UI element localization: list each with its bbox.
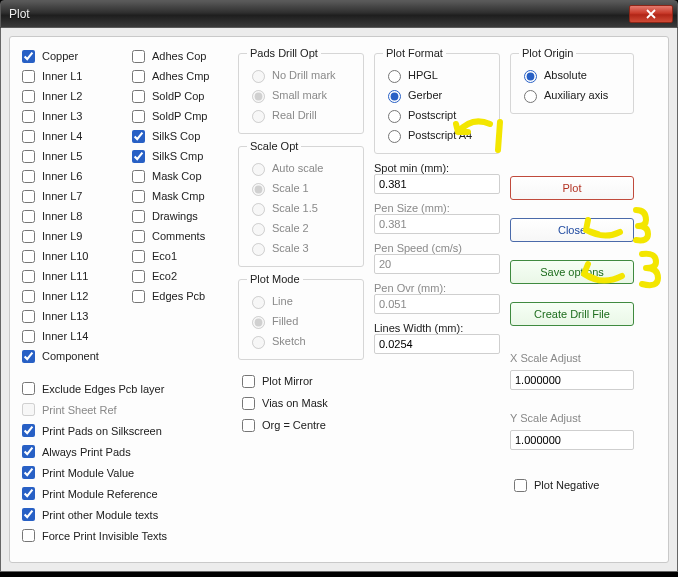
titlebar: Plot bbox=[0, 0, 678, 28]
layer-b4-checkbox[interactable] bbox=[132, 130, 145, 143]
col3-check-2-checkbox[interactable] bbox=[242, 419, 255, 432]
pads-drill-legend: Pads Drill Opt bbox=[247, 47, 321, 59]
layer-a2-label: Inner L2 bbox=[42, 90, 82, 102]
pads-drill-2-label: Real Drill bbox=[272, 109, 317, 121]
layer-b7-checkbox[interactable] bbox=[132, 190, 145, 203]
plot-format-1-label: Gerber bbox=[408, 89, 442, 101]
x-scale-input[interactable] bbox=[510, 370, 634, 390]
create-drill-file-button[interactable]: Create Drill File bbox=[510, 302, 634, 326]
layer-b10-checkbox[interactable] bbox=[132, 250, 145, 263]
column-3: Pads Drill Opt No Drill markSmall markRe… bbox=[238, 47, 364, 552]
plot-format-1-radio[interactable] bbox=[388, 90, 401, 103]
layer-a13-checkbox[interactable] bbox=[22, 310, 35, 323]
layer-b0-checkbox[interactable] bbox=[132, 50, 145, 63]
opt-3-label: Always Print Pads bbox=[42, 446, 131, 458]
layer-a3-checkbox[interactable] bbox=[22, 110, 35, 123]
plot-format-0-radio[interactable] bbox=[388, 70, 401, 83]
layer-a2-checkbox[interactable] bbox=[22, 90, 35, 103]
layer-b2-checkbox[interactable] bbox=[132, 90, 145, 103]
layer-b3-checkbox[interactable] bbox=[132, 110, 145, 123]
layer-a14-checkbox[interactable] bbox=[22, 330, 35, 343]
opt-7-checkbox[interactable] bbox=[22, 529, 35, 542]
scale-opt-1-radio bbox=[252, 183, 265, 196]
layer-a12-checkbox[interactable] bbox=[22, 290, 35, 303]
layer-a15-checkbox[interactable] bbox=[22, 350, 35, 363]
layer-a8-checkbox[interactable] bbox=[22, 210, 35, 223]
scale-opt-legend: Scale Opt bbox=[247, 140, 301, 152]
close-icon bbox=[646, 9, 656, 19]
layer-a7-checkbox[interactable] bbox=[22, 190, 35, 203]
layer-a14-label: Inner L14 bbox=[42, 330, 88, 342]
col3-check-2-label: Org = Centre bbox=[262, 419, 326, 431]
layer-b12-checkbox[interactable] bbox=[132, 290, 145, 303]
opt-5-checkbox[interactable] bbox=[22, 487, 35, 500]
plot-mode-1-label: Filled bbox=[272, 315, 298, 327]
y-scale-label: Y Scale Adjust bbox=[510, 412, 634, 424]
plot-format-0-label: HPGL bbox=[408, 69, 438, 81]
opt-2-checkbox[interactable] bbox=[22, 424, 35, 437]
plot-negative-label: Plot Negative bbox=[534, 479, 599, 491]
layer-a4-checkbox[interactable] bbox=[22, 130, 35, 143]
layer-column-1: CopperInner L1Inner L2Inner L3Inner L4In… bbox=[18, 47, 118, 365]
layer-b8-checkbox[interactable] bbox=[132, 210, 145, 223]
layer-a9-label: Inner L9 bbox=[42, 230, 82, 242]
plot-mode-group: Plot Mode LineFilledSketch bbox=[238, 273, 364, 360]
scale-opt-2-label: Scale 1.5 bbox=[272, 202, 318, 214]
field-2-input[interactable] bbox=[374, 254, 500, 274]
layer-a6-checkbox[interactable] bbox=[22, 170, 35, 183]
plot-origin-1-radio[interactable] bbox=[524, 90, 537, 103]
layer-b5-label: SilkS Cmp bbox=[152, 150, 203, 162]
opt-4-label: Print Module Value bbox=[42, 467, 134, 479]
col3-check-1-label: Vias on Mask bbox=[262, 397, 328, 409]
pads-drill-group: Pads Drill Opt No Drill markSmall markRe… bbox=[238, 47, 364, 134]
field-3-input[interactable] bbox=[374, 294, 500, 314]
field-4-label: Lines Width (mm): bbox=[374, 322, 500, 334]
layer-b8-label: Drawings bbox=[152, 210, 198, 222]
opt-1-checkbox[interactable] bbox=[22, 403, 35, 416]
layer-a9-checkbox[interactable] bbox=[22, 230, 35, 243]
pads-drill-1-label: Small mark bbox=[272, 89, 327, 101]
layer-a6-label: Inner L6 bbox=[42, 170, 82, 182]
plot-mode-0-radio bbox=[252, 296, 265, 309]
opt-6-checkbox[interactable] bbox=[22, 508, 35, 521]
opt-0-checkbox[interactable] bbox=[22, 382, 35, 395]
opt-0-label: Exclude Edges Pcb layer bbox=[42, 383, 164, 395]
layer-a5-checkbox[interactable] bbox=[22, 150, 35, 163]
field-0-input[interactable] bbox=[374, 174, 500, 194]
column-4: Plot Format HPGLGerberPostscriptPostscri… bbox=[374, 47, 500, 552]
plot-origin-0-radio[interactable] bbox=[524, 70, 537, 83]
scale-opt-4-label: Scale 3 bbox=[272, 242, 309, 254]
layer-a0-checkbox[interactable] bbox=[22, 50, 35, 63]
main-panel: CopperInner L1Inner L2Inner L3Inner L4In… bbox=[9, 36, 669, 563]
layer-b11-label: Eco2 bbox=[152, 270, 177, 282]
plot-negative-checkbox[interactable] bbox=[514, 479, 527, 492]
layer-b6-checkbox[interactable] bbox=[132, 170, 145, 183]
col3-check-0-checkbox[interactable] bbox=[242, 375, 255, 388]
layer-b0-label: Adhes Cop bbox=[152, 50, 206, 62]
opt-3-checkbox[interactable] bbox=[22, 445, 35, 458]
layer-b5-checkbox[interactable] bbox=[132, 150, 145, 163]
plot-format-3-radio[interactable] bbox=[388, 130, 401, 143]
opt-4-checkbox[interactable] bbox=[22, 466, 35, 479]
plot-format-2-radio[interactable] bbox=[388, 110, 401, 123]
field-1-input[interactable] bbox=[374, 214, 500, 234]
close-button[interactable]: Close bbox=[510, 218, 634, 242]
layer-a4-label: Inner L4 bbox=[42, 130, 82, 142]
window-close-button[interactable] bbox=[629, 5, 673, 23]
plot-format-2-label: Postscript bbox=[408, 109, 456, 121]
col3-check-1-checkbox[interactable] bbox=[242, 397, 255, 410]
layer-a8-label: Inner L8 bbox=[42, 210, 82, 222]
opt-7-label: Force Print Invisible Texts bbox=[42, 530, 167, 542]
y-scale-input[interactable] bbox=[510, 430, 634, 450]
layer-b9-checkbox[interactable] bbox=[132, 230, 145, 243]
field-4-input[interactable] bbox=[374, 334, 500, 354]
layer-b1-checkbox[interactable] bbox=[132, 70, 145, 83]
layer-b11-checkbox[interactable] bbox=[132, 270, 145, 283]
layer-a1-checkbox[interactable] bbox=[22, 70, 35, 83]
plot-mode-0-label: Line bbox=[272, 295, 293, 307]
layer-a1-label: Inner L1 bbox=[42, 70, 82, 82]
save-options-button[interactable]: Save options bbox=[510, 260, 634, 284]
layer-a10-checkbox[interactable] bbox=[22, 250, 35, 263]
layer-a11-checkbox[interactable] bbox=[22, 270, 35, 283]
plot-button[interactable]: Plot bbox=[510, 176, 634, 200]
